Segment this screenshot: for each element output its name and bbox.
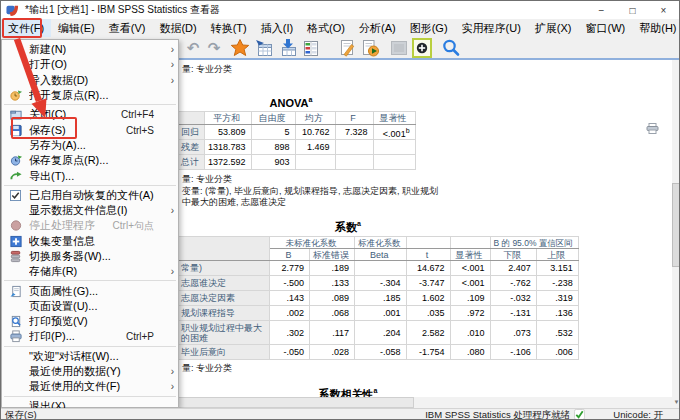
menu-bar-item-9[interactable]: 实用程序(U) (455, 19, 528, 37)
shortcut-label: Ctrl+P (126, 331, 154, 342)
file-menu-item-7[interactable]: 另存为(A)... (2, 138, 178, 153)
export-output-icon[interactable] (278, 38, 298, 58)
spss-app-icon (6, 4, 19, 17)
file-menu-item-14[interactable]: 收集变量信息 (2, 234, 178, 249)
file-menu-item-5[interactable]: 关闭(C)Ctrl+F4 (2, 107, 178, 122)
file-menu-item-23[interactable]: "欢迎"对话框(W)... (2, 349, 178, 364)
file-menu-item-label: 新建(N) (29, 42, 166, 57)
coef-cell: .133 (310, 276, 355, 291)
run-script-icon[interactable] (360, 38, 380, 58)
file-menu-item-11[interactable]: 已启用自动恢复的文件(A) (2, 188, 178, 203)
file-menu-item-9[interactable]: 导出(T)... (2, 168, 178, 183)
file-menu-item-24[interactable]: 最近使用的数据(Y)› (2, 364, 178, 379)
submenu-arrow-icon: › (166, 366, 174, 377)
menu-icon-placeholder (8, 204, 23, 217)
variables-icon[interactable] (301, 38, 321, 58)
coef-cell: .028 (310, 345, 355, 360)
page-attr-icon (8, 285, 23, 298)
goto-data-icon[interactable] (254, 38, 274, 58)
file-menu-item-label: 停止处理程序 (29, 218, 113, 233)
coef-group-spacer (406, 237, 450, 249)
submenu-arrow-icon: › (166, 205, 174, 216)
close-button[interactable]: × (648, 1, 679, 19)
file-menu-item-19[interactable]: 页面设置(U)... (2, 299, 178, 314)
file-menu-item-label: 最近使用的文件(F) (29, 379, 166, 394)
file-menu-item-15[interactable]: 切换服务器(W)... (2, 249, 178, 264)
menu-icon-placeholder (8, 43, 23, 56)
menu-bar-item-11[interactable]: 窗口(W) (579, 19, 633, 37)
print-preview-icon (8, 315, 23, 328)
file-menu-item-20[interactable]: 打印预览(V) (2, 314, 178, 329)
file-menu-item-label: 打开复原点(R)... (29, 88, 166, 103)
coefficients-table[interactable]: 未标准化系数标准化系数B 的 95.0% 置信区间B标准错误Betat显著性下限… (177, 236, 579, 360)
designate-window-star-icon[interactable] (230, 38, 250, 58)
file-menu-item-21[interactable]: 打印(P)...Ctrl+P (2, 329, 178, 344)
coef-cell: .001 (355, 306, 407, 321)
anova-cell (335, 155, 373, 170)
menu-icon-placeholder (8, 265, 23, 278)
anova-table[interactable]: 平方和自由度均方F显著性回归53.809510.7627.328<.001b残差… (177, 111, 416, 170)
menu-bar-item-2[interactable]: 查看(V) (102, 19, 153, 37)
file-menu-item-2[interactable]: 导入数据(D)› (2, 73, 178, 88)
menu-bar-item-0[interactable]: 文件(F) (1, 19, 51, 37)
coef-cell: <.001 (450, 276, 490, 291)
coef-cell: -1.754 (406, 345, 450, 360)
scroll-down-arrow[interactable]: ▼ (672, 397, 680, 408)
coef-group-ci: B 的 95.0% 置信区间 (490, 237, 578, 249)
menu-bar: 文件(F)编辑(E)查看(V)数据(D)转换(T)插入(I)格式(O)分析(A)… (1, 19, 679, 37)
coef-row-label: 规划课程指导 (178, 306, 270, 321)
menu-bar-item-12[interactable]: 帮助(H) (632, 19, 680, 37)
menu-icon-placeholder (8, 350, 23, 363)
coef-cell: .319 (536, 291, 578, 306)
menu-bar-item-8[interactable]: 图形(G) (403, 19, 455, 37)
menu-bar-item-4[interactable]: 转换(T) (204, 19, 254, 37)
file-menu-item-label: 保存复原点(R)... (29, 153, 166, 168)
menu-bar-item-5[interactable]: 插入(I) (254, 19, 300, 37)
file-menu-item-0[interactable]: 新建(N)› (2, 42, 178, 57)
undo-icon[interactable]: ↶ (183, 38, 203, 58)
file-menu-separator (4, 280, 176, 281)
inactive-box-icon[interactable] (389, 38, 409, 58)
minimize-button[interactable]: − (586, 1, 617, 19)
horizontal-scrollbar[interactable] (178, 397, 672, 408)
file-menu-item-18[interactable]: 页面属性(G)... (2, 283, 178, 298)
file-menu-item-save[interactable]: 保存(S)Ctrl+S (2, 122, 178, 137)
file-menu-item-13[interactable]: 停止处理程序Ctrl+句点 (2, 218, 178, 233)
file-menu-item-1[interactable]: 打开(O)› (2, 57, 178, 72)
print-icon (8, 330, 23, 343)
file-menu-item-25[interactable]: 最近使用的文件(F)› (2, 379, 178, 394)
unicode-status: Unicode: 开 (613, 409, 663, 420)
menu-bar-item-6[interactable]: 格式(O) (300, 19, 352, 37)
file-menu-item-16[interactable]: 存储库(R)› (2, 264, 178, 279)
coefficients-title: 系数a (228, 220, 468, 235)
file-menu-item-12[interactable]: 显示数据文件信息(I)› (2, 203, 178, 218)
close-doc-icon (8, 108, 23, 121)
edit-output-icon[interactable] (337, 38, 357, 58)
select-tool-icon[interactable] (412, 38, 432, 58)
coef-stub-header (178, 237, 270, 261)
anova-column-header: 自由度 (251, 112, 295, 125)
menu-bar-item-3[interactable]: 数据(D) (152, 19, 203, 37)
menu-bar-item-7[interactable]: 分析(A) (352, 19, 403, 37)
menu-bar-item-1[interactable]: 编辑(E) (51, 19, 102, 37)
file-menu-item-3[interactable]: 打开复原点(R)... (2, 88, 178, 103)
redo-icon[interactable]: ↷ (204, 38, 224, 58)
maximize-button[interactable]: □ (617, 1, 648, 19)
anova-stub-header (178, 112, 205, 125)
vertical-scrollbar[interactable] (672, 60, 680, 397)
restore-open-icon (8, 89, 23, 102)
vertical-scrollbar-thumb[interactable] (672, 183, 680, 267)
file-menu-item-label: 打开(O) (29, 57, 166, 72)
anova-row-label: 残差 (178, 140, 205, 155)
file-menu-item-8[interactable]: 保存复原点(R)... (2, 153, 178, 168)
file-menu-item-label: 导出(T)... (29, 169, 166, 184)
collect-variable-icon (8, 235, 23, 248)
find-icon[interactable] (441, 38, 461, 58)
coef-column-header: 上限 (536, 249, 578, 261)
horizontal-scrollbar-thumb[interactable] (178, 397, 414, 408)
coef-cell: -.238 (536, 276, 578, 291)
server-icon (8, 250, 23, 263)
anova-cell: 898 (251, 140, 295, 155)
menu-bar-item-10[interactable]: 扩展(X) (528, 19, 579, 37)
file-menu-item-label: 已启用自动恢复的文件(A) (29, 188, 166, 203)
